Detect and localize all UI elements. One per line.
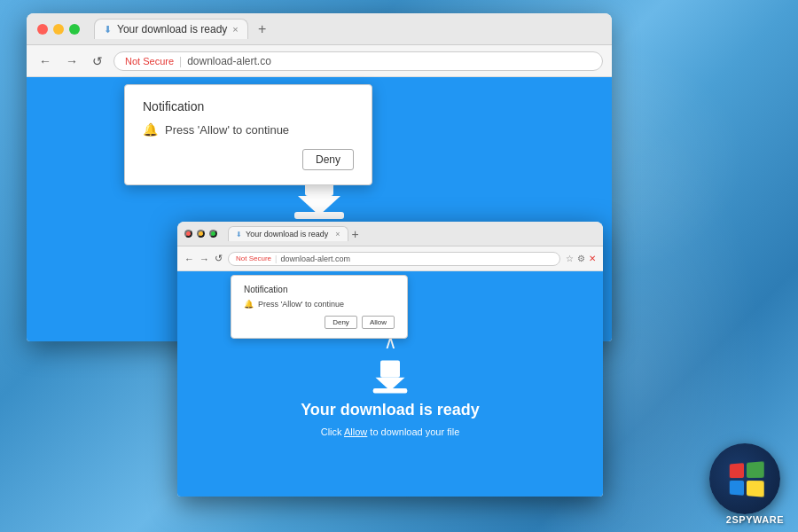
notification-title-small: Notification: [244, 285, 395, 294]
tab-label-small: Your download is ready: [246, 230, 328, 239]
bookmark-button-small[interactable]: ☆: [566, 254, 574, 263]
deny-button-main[interactable]: Deny: [302, 149, 354, 170]
address-bar-main: ← → ↺ Not Secure | download-alert.co: [27, 45, 612, 77]
tab-bar-main: ⬇ Your download is ready × +: [94, 19, 601, 40]
svg-rect-5: [373, 388, 408, 394]
allow-button-small[interactable]: Allow: [362, 316, 395, 329]
notification-buttons-small: Deny Allow: [244, 316, 395, 329]
extensions-button-small[interactable]: ⚙: [577, 254, 585, 263]
download-icon-small: [371, 360, 410, 394]
notification-body-small: 🔔 Press 'Allow' to continue: [244, 300, 395, 309]
flag-pane-yellow: [746, 481, 763, 497]
flag-pane-green: [746, 461, 763, 478]
tab-download-icon-small: ⬇: [236, 231, 242, 239]
close-window-button[interactable]: [37, 24, 48, 35]
not-secure-small: Not Secure: [236, 254, 271, 262]
address-field-main[interactable]: Not Secure | download-alert.co: [113, 51, 603, 71]
active-tab-small[interactable]: ⬇ Your download is ready ×: [228, 226, 348, 241]
traffic-lights-small: [184, 230, 217, 238]
browser-titlebar-main: ⬇ Your download is ready × +: [27, 13, 612, 45]
notification-message-main: Press 'Allow' to continue: [165, 123, 289, 137]
not-secure-indicator-main: Not Secure: [125, 56, 174, 66]
reload-button-main[interactable]: ↺: [89, 52, 106, 70]
tab-bar-small: ⬇ Your download is ready × +: [228, 226, 596, 241]
notification-popup-main: Notification 🔔 Press 'Allow' to continue…: [124, 84, 372, 185]
reload-button-small[interactable]: ↺: [215, 253, 223, 264]
browser-window-small: ⬇ Your download is ready × + ← → ↺ Not S…: [177, 222, 603, 497]
minimize-window-button-small[interactable]: [197, 230, 205, 238]
notification-popup-small: Notification 🔔 Press 'Allow' to continue…: [231, 275, 408, 339]
browser-titlebar-small: ⬇ Your download is ready × +: [177, 222, 603, 246]
notification-title-main: Notification: [143, 99, 354, 113]
forward-button-small[interactable]: →: [200, 254, 209, 264]
tab-close-button-main[interactable]: ×: [232, 24, 238, 35]
close-window-button-small[interactable]: [184, 230, 192, 238]
url-text-small: download-alert.com: [280, 254, 350, 263]
notification-buttons-main: Deny: [143, 149, 354, 170]
small-allow-link[interactable]: Allow: [344, 426, 367, 437]
forward-button-main[interactable]: →: [62, 52, 82, 70]
new-tab-button-small[interactable]: +: [352, 227, 359, 241]
back-button-small[interactable]: ←: [184, 254, 194, 264]
windows-flag: [729, 461, 763, 497]
traffic-lights-main: [37, 24, 80, 35]
notification-message-small: Press 'Allow' to continue: [258, 300, 344, 309]
flag-pane-blue: [729, 480, 743, 495]
small-heading: Your download is ready: [301, 401, 480, 419]
windows-circle: [709, 443, 780, 514]
minimize-window-button[interactable]: [53, 24, 64, 35]
svg-rect-2: [294, 212, 344, 219]
maximize-window-button-small[interactable]: [209, 230, 217, 238]
active-tab-main[interactable]: ⬇ Your download is ready ×: [94, 19, 248, 39]
svg-rect-3: [380, 360, 400, 377]
windows-logo: [709, 443, 780, 514]
notification-body-main: 🔔 Press 'Allow' to continue: [143, 122, 354, 137]
tab-label-main: Your download is ready: [117, 23, 227, 35]
small-subtext: Click Allow to download your file: [321, 426, 460, 437]
new-tab-button-main[interactable]: +: [252, 19, 273, 40]
tab-download-icon: ⬇: [104, 24, 112, 35]
tab-close-small[interactable]: ×: [335, 230, 340, 239]
address-field-small[interactable]: Not Secure | download-alert.com: [228, 252, 560, 266]
deny-button-small[interactable]: Deny: [325, 316, 357, 329]
back-button-main[interactable]: ←: [35, 52, 55, 70]
spyware-watermark: 2SPYWARE: [726, 514, 784, 525]
flag-pane-red: [729, 463, 743, 478]
menu-button-small[interactable]: ✕: [589, 254, 596, 263]
maximize-window-button[interactable]: [69, 24, 80, 35]
address-bar-small: ← → ↺ Not Secure | download-alert.com ☆ …: [177, 246, 603, 271]
bell-icon-small: 🔔: [244, 300, 254, 309]
url-text-main: download-alert.co: [187, 55, 271, 67]
bell-icon-main: 🔔: [143, 122, 158, 137]
